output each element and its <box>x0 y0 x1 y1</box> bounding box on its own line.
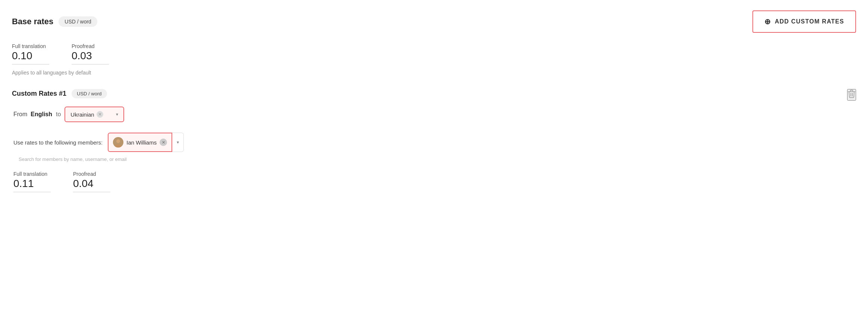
member-selected-box[interactable]: Ian Williams ✕ <box>108 133 172 152</box>
custom-rates-badge: USD / word <box>72 89 107 98</box>
custom-rates-row: Full translation 0.11 Proofread 0.04 <box>13 171 856 192</box>
base-full-translation-value: 0.10 <box>12 50 49 62</box>
member-avatar <box>113 137 123 148</box>
remove-language-button[interactable]: ✕ <box>97 111 103 118</box>
rate-divider <box>12 64 49 64</box>
custom-rate-divider <box>13 192 51 192</box>
base-rates-row: Full translation 0.10 Proofread 0.03 <box>12 43 856 64</box>
custom-proofread-label: Proofread <box>73 171 110 177</box>
custom-rates-header: Custom Rates #1 USD / word <box>12 89 856 98</box>
custom-proofread: Proofread 0.04 <box>73 171 110 192</box>
member-name: Ian Williams <box>126 139 157 146</box>
members-dropdown-arrow-button[interactable]: ▾ <box>172 133 184 152</box>
base-proofread-label: Proofread <box>72 43 109 49</box>
header-left: Base rates USD / word <box>12 16 97 27</box>
language-dropdown-arrow: ▾ <box>116 112 118 117</box>
target-language-value: Ukrainian <box>70 111 94 118</box>
language-tag: Ukrainian ✕ <box>70 111 103 118</box>
plus-icon: ⊕ <box>764 17 771 26</box>
base-full-translation: Full translation 0.10 <box>12 43 49 64</box>
base-rates-section: Full translation 0.10 Proofread 0.03 App… <box>12 43 856 76</box>
from-language: English <box>31 111 52 117</box>
base-full-translation-label: Full translation <box>12 43 49 49</box>
custom-full-translation-label: Full translation <box>13 171 51 177</box>
base-proofread-value: 0.03 <box>72 50 109 62</box>
from-label: From English <box>13 111 52 118</box>
applies-text: Applies to all languages by default <box>12 70 856 76</box>
svg-point-1 <box>116 139 120 143</box>
add-custom-rates-button[interactable]: ⊕ ADD CUSTOM RATES <box>752 10 856 33</box>
base-proofread: Proofread 0.03 <box>72 43 109 64</box>
custom-rate-divider-2 <box>73 192 110 192</box>
to-label: to <box>56 111 61 118</box>
page-title: Base rates <box>12 17 53 26</box>
member-search-hint: Search for members by name, username, or… <box>19 156 856 162</box>
custom-rates-section: Custom Rates #1 USD / word From English … <box>12 89 856 192</box>
custom-full-translation: Full translation 0.11 <box>13 171 51 192</box>
target-language-dropdown[interactable]: Ukrainian ✕ ▾ <box>65 107 124 122</box>
delete-custom-rates-button[interactable] <box>847 89 856 101</box>
rate-divider-2 <box>72 64 109 64</box>
custom-full-translation-value: 0.11 <box>13 178 51 190</box>
members-row: Use rates to the following members: Ian … <box>12 133 856 152</box>
remove-member-button[interactable]: ✕ <box>160 139 167 146</box>
members-dropdown: Ian Williams ✕ ▾ <box>108 133 184 152</box>
members-label: Use rates to the following members: <box>13 139 103 146</box>
custom-proofread-value: 0.04 <box>73 178 110 190</box>
custom-rates-title: Custom Rates #1 <box>12 90 66 98</box>
custom-rates-values: Full translation 0.11 Proofread 0.04 <box>12 171 856 192</box>
usd-word-badge: USD / word <box>59 16 97 27</box>
from-to-row: From English to Ukrainian ✕ ▾ <box>12 107 856 122</box>
page-header: Base rates USD / word ⊕ ADD CUSTOM RATES <box>12 10 856 33</box>
